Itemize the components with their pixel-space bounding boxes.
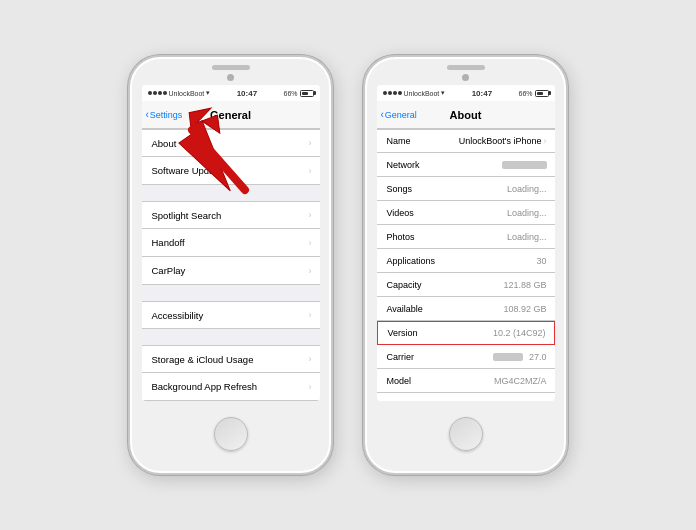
chevron-icon-about: › [309,138,312,148]
item-label-about: About [152,138,177,149]
back-button-1[interactable]: ‹ Settings [146,110,183,120]
about-item-serial: Serial Number F78P983ZG8MY [377,393,555,401]
chevron-icon-carplay: › [309,266,312,276]
battery-fill-2 [537,92,544,95]
settings-group-3: Accessibility › [142,301,320,329]
phone-top-2 [365,57,566,85]
carrier-blurred [493,353,523,361]
speaker-1 [212,65,250,70]
chevron-icon-accessibility: › [309,310,312,320]
about-item-applications: Applications 30 [377,249,555,273]
about-value-photos: Loading... [507,232,547,242]
chevron-name: › [544,136,547,146]
item-label-handoff: Handoff [152,237,185,248]
settings-item-storage[interactable]: Storage & iCloud Usage › [142,345,320,373]
about-list: Name UnlockBoot's iPhone › Network Songs… [377,129,555,401]
about-value-serial: F78P983ZG8MY [479,400,547,402]
status-bar-2: UnlockBoot ▾ 10:47 66% [377,85,555,101]
about-label-version: Version [388,328,418,338]
item-label-software: Software Update [152,165,223,176]
about-value-version: 10.2 (14C92) [493,328,546,338]
chevron-icon-background: › [309,382,312,392]
screen-1: UnlockBoot ▾ 10:47 66% ‹ Settings Genera… [142,85,320,401]
chevron-icon-handoff: › [309,238,312,248]
chevron-left-icon-1: ‹ [146,110,149,120]
phone-bottom-1 [214,401,248,473]
about-value-videos: Loading... [507,208,547,218]
about-item-photos: Photos Loading... [377,225,555,249]
phone-1: UnlockBoot ▾ 10:47 66% ‹ Settings Genera… [128,55,333,475]
about-item-network: Network [377,153,555,177]
about-item-name[interactable]: Name UnlockBoot's iPhone › [377,129,555,153]
about-item-videos: Videos Loading... [377,201,555,225]
item-label-background: Background App Refresh [152,381,258,392]
about-value-model: MG4C2MZ/A [494,376,547,386]
nav-bar-2: ‹ General About [377,101,555,129]
settings-group-2: Spotlight Search › Handoff › CarPlay › [142,201,320,285]
about-item-capacity: Capacity 121.88 GB [377,273,555,297]
about-value-name: UnlockBoot's iPhone › [459,136,547,146]
about-label-photos: Photos [387,232,415,242]
signal-icon-2 [383,91,402,95]
about-value-available: 108.92 GB [503,304,546,314]
chevron-icon-software: › [309,166,312,176]
about-label-videos: Videos [387,208,414,218]
battery-fill-1 [302,92,309,95]
about-item-carrier: Carrier 27.0 [377,345,555,369]
about-label-applications: Applications [387,256,436,266]
front-camera-2 [462,74,469,81]
about-value-songs: Loading... [507,184,547,194]
status-right-1: 66% [283,90,313,97]
settings-item-handoff[interactable]: Handoff › [142,229,320,257]
item-label-storage: Storage & iCloud Usage [152,354,254,365]
item-label-spotlight: Spotlight Search [152,210,222,221]
about-item-version: Version 10.2 (14C92) [377,321,555,345]
carrier-label-1: UnlockBoot [169,90,205,97]
settings-group-4: Storage & iCloud Usage › Background App … [142,345,320,401]
group-gap-3 [142,329,320,345]
nav-title-2: About [450,109,482,121]
chevron-icon-storage: › [309,354,312,364]
about-label-model: Model [387,376,412,386]
battery-icon-1 [300,90,314,97]
phone-bottom-2 [449,401,483,473]
chevron-left-icon-2: ‹ [381,110,384,120]
about-label-serial: Serial Number [387,400,445,402]
settings-item-accessibility[interactable]: Accessibility › [142,301,320,329]
battery-icon-2 [535,90,549,97]
status-left-2: UnlockBoot ▾ [383,89,446,97]
about-item-songs: Songs Loading... [377,177,555,201]
settings-item-carplay[interactable]: CarPlay › [142,257,320,285]
status-bar-1: UnlockBoot ▾ 10:47 66% [142,85,320,101]
about-label-name: Name [387,136,411,146]
status-left-1: UnlockBoot ▾ [148,89,211,97]
about-label-carrier: Carrier [387,352,415,362]
settings-item-spotlight[interactable]: Spotlight Search › [142,201,320,229]
back-button-2[interactable]: ‹ General [381,110,417,120]
screen-2: UnlockBoot ▾ 10:47 66% ‹ General About [377,85,555,401]
home-button-2[interactable] [449,417,483,451]
settings-list-1: About › Software Update › Spotlight Sear… [142,129,320,401]
about-item-available: Available 108.92 GB [377,297,555,321]
about-item-model: Model MG4C2MZ/A [377,369,555,393]
home-button-1[interactable] [214,417,248,451]
settings-item-background[interactable]: Background App Refresh › [142,373,320,401]
settings-item-about[interactable]: About › [142,129,320,157]
settings-item-software-update[interactable]: Software Update › [142,157,320,185]
back-label-1: Settings [150,110,183,120]
chevron-icon-spotlight: › [309,210,312,220]
time-2: 10:47 [472,89,492,98]
status-right-2: 66% [518,90,548,97]
item-label-carplay: CarPlay [152,265,186,276]
time-1: 10:47 [237,89,257,98]
wifi-icon-1: ▾ [206,89,210,97]
about-label-available: Available [387,304,423,314]
nav-bar-1: ‹ Settings General [142,101,320,129]
about-label-capacity: Capacity [387,280,422,290]
battery-percent-2: 66% [518,90,532,97]
network-blurred [502,161,547,169]
back-label-2: General [385,110,417,120]
speaker-2 [447,65,485,70]
settings-group-1: About › Software Update › [142,129,320,185]
about-value-network [502,161,547,169]
